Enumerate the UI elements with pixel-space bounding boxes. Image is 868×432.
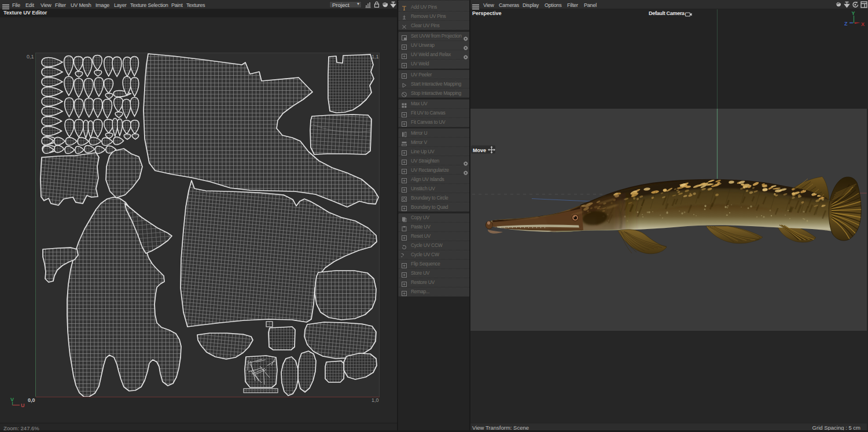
svg-text:Z: Z <box>844 21 848 27</box>
svg-text:Y: Y <box>852 10 855 16</box>
svg-text:X: X <box>861 21 865 27</box>
svg-text:V: V <box>10 397 14 403</box>
svg-text:Move: Move <box>473 147 486 153</box>
svg-text:U: U <box>21 403 25 408</box>
